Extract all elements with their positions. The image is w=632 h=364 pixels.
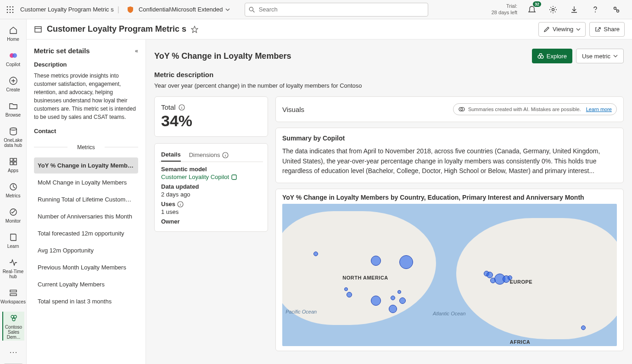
map-bubble[interactable] [487,272,493,278]
nav-metrics[interactable]: Metrics [2,180,24,199]
map-bubble[interactable] [347,292,352,297]
map-label-af: AFRICA [510,339,531,345]
map-label-pacific: Pacific Ocean [285,309,317,314]
download-icon[interactable] [568,3,581,16]
data-updated-value: 2 days ago [161,191,261,198]
favorite-icon[interactable] [191,26,198,33]
share-button[interactable]: Share [589,22,625,37]
map-bubble[interactable] [391,296,395,300]
svg-line-10 [253,11,255,12]
metric-item-current[interactable]: Current Loyalty Members [34,276,138,292]
search-input[interactable] [245,3,428,17]
nav-copilot[interactable]: Copilot [2,49,24,68]
nav-onelake[interactable]: OneLake data hub [2,125,24,149]
collapse-icon[interactable]: « [135,48,138,54]
svg-rect-20 [14,158,17,161]
total-card: Total 34% [154,96,268,137]
copilot-icon [458,106,465,113]
copilot-icon [8,50,19,61]
map-bubble[interactable] [581,325,586,330]
metric-item-prev-month[interactable]: Previous Month Loyalty Members [34,259,138,275]
workspaces-icon [8,287,19,298]
search-field[interactable] [259,6,425,13]
svg-point-29 [12,318,15,321]
learn-more-link[interactable]: Learn more [586,106,612,112]
svg-point-7 [10,11,11,13]
feedback-icon[interactable] [610,3,623,16]
svg-point-2 [12,6,14,7]
tab-dimensions[interactable]: Dimensions [189,148,229,162]
metric-item-running-total[interactable]: Running Total of Lifetime Customer V... [34,191,138,207]
info-icon[interactable] [177,201,184,207]
map-bubble[interactable] [313,252,318,256]
nav-browse[interactable]: Browse [2,100,24,118]
nav-learn[interactable]: Learn [2,231,24,250]
map-bubble[interactable] [344,287,348,291]
metric-item-anniversaries[interactable]: Number of Anniversaries this Month [34,208,138,224]
metric-desc-text: Year over year (percent change) in the n… [154,82,624,89]
svg-point-12 [595,11,596,12]
visuals-header: Visuals Summaries created with AI. Mista… [275,96,624,122]
map-bubble[interactable] [399,255,413,269]
nav-create[interactable]: Create [2,74,24,93]
svg-point-13 [614,7,616,9]
nav-monitor[interactable]: Monitor [2,206,24,224]
map-bubble[interactable] [371,296,381,306]
uses-value: 1 uses [161,208,261,215]
map-bubble[interactable] [371,256,381,266]
map-title: YoY % Change in Loyalty Members by Count… [282,194,617,201]
metric-item-forecast[interactable]: Total forecasted 12m opportunity [34,225,138,241]
map-bubble[interactable] [397,290,401,294]
pencil-icon [543,26,550,33]
details-card: Details Dimensions Semantic model Custom… [154,143,268,232]
svg-point-5 [12,9,14,10]
map-bubble[interactable] [399,297,406,304]
workspace-icon [8,313,19,324]
summary-title: Summary by Copilot [282,134,617,142]
metric-item-yoy[interactable]: YoY % Change in Loyalty Members [34,157,138,174]
help-icon[interactable] [589,3,602,16]
svg-point-32 [538,56,541,58]
monitor-icon [8,207,19,218]
map-visual[interactable]: NORTH AMERICA EUROPE AFRICA Pacific Ocea… [282,204,617,346]
settings-icon[interactable] [547,3,559,16]
svg-point-27 [11,315,14,318]
svg-point-14 [617,10,619,12]
notifications-icon[interactable]: 32 [526,3,538,16]
trial-status: Trial: 28 days left [492,3,517,15]
nav-apps[interactable]: Apps [2,155,24,174]
map-bubble[interactable] [389,305,397,313]
svg-point-4 [10,9,11,10]
breadcrumb[interactable]: Customer Loyalty Program Metric s [20,6,114,13]
svg-point-16 [12,53,17,58]
nav-workspace-current[interactable]: Contoso Sales Dem... [2,312,24,341]
total-label: Total [161,103,176,111]
nav-home[interactable]: Home [2,24,24,43]
data-updated-label: Data updated [161,183,261,190]
metric-item-spend[interactable]: Total spend in last 3 months [34,293,138,309]
info-icon[interactable] [179,104,185,111]
nav-workspaces[interactable]: Workspaces [2,286,24,305]
use-metric-dropdown[interactable]: Use metric [576,49,624,63]
semantic-model-link[interactable]: Customer Loyality Copilot [161,174,261,180]
tab-details[interactable]: Details [161,148,181,162]
classification-dropdown[interactable]: Confidential\Microsoft Extended [123,6,230,13]
viewing-dropdown[interactable]: Viewing [538,22,586,37]
metric-item-mom[interactable]: MoM Change in Loyalty Members [34,174,138,190]
svg-rect-25 [10,290,17,292]
app-launcher-icon[interactable] [4,3,17,16]
svg-point-0 [7,6,8,7]
description-text: These metrics provide insights into cust… [34,72,138,121]
metric-item-avg-opp[interactable]: Avg 12m Opportunity [34,242,138,258]
metrics-icon [8,181,19,192]
nav-more[interactable]: ⋯ [9,347,17,357]
contact-header: Contact [34,128,138,134]
metric-list: YoY % Change in Loyalty Members MoM Chan… [34,157,138,309]
nav-realtime[interactable]: Real-Time hub [2,256,24,280]
summary-card: Summary by Copilot The data indicates th… [275,128,624,183]
explore-button[interactable]: Explore [532,49,572,63]
metrics-divider-label: Metrics [73,144,99,151]
map-bubble[interactable] [508,275,512,280]
description-header: Description [34,61,138,68]
total-value: 34% [161,112,261,130]
